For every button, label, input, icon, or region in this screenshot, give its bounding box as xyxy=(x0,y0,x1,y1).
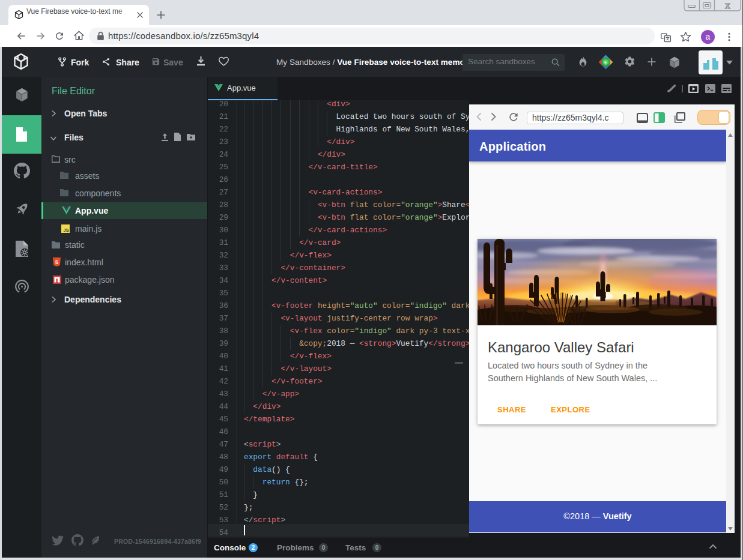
svg-text:5: 5 xyxy=(55,259,58,265)
svg-text:JS: JS xyxy=(64,227,69,233)
svg-text:X: X xyxy=(725,1,731,10)
